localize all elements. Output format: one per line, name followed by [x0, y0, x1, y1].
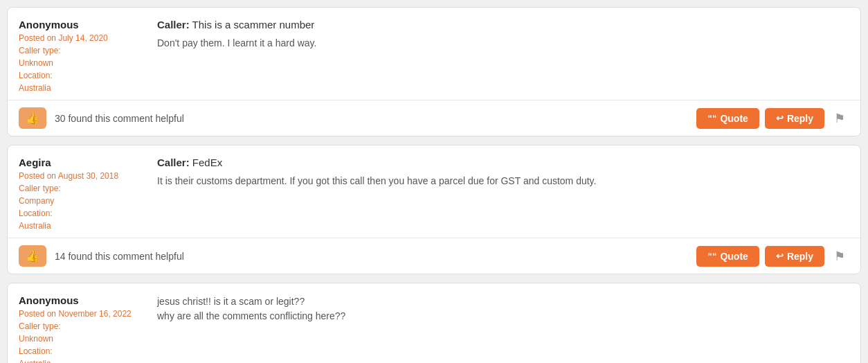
comment-text-3b: why are all the comments conflicting her…: [157, 309, 849, 324]
quote-icon-1: ““: [707, 113, 716, 123]
comment-author-2: Aegira Posted on August 30, 2018 Caller …: [19, 157, 157, 232]
quote-icon-2: ““: [707, 251, 716, 261]
comment-content-3: jesus christ!! is it a scam or legit?? w…: [157, 294, 849, 363]
thumbs-up-button-1[interactable]: 👍: [19, 107, 46, 129]
comment-text-3a: jesus christ!! is it a scam or legit??: [157, 294, 849, 309]
comment-card-2: Aegira Posted on August 30, 2018 Caller …: [7, 145, 861, 274]
comment-card-3: Anonymous Posted on November 16, 2022 Ca…: [7, 283, 861, 363]
posted-date-1: Posted on July 14, 2020: [19, 32, 146, 44]
comment-footer-2: 👍 14 found this comment helpful ““ Quote…: [8, 238, 860, 274]
posted-date-3: Posted on November 16, 2022: [19, 308, 146, 320]
comment-body-2: Aegira Posted on August 30, 2018 Caller …: [8, 145, 860, 232]
comment-body-1: Anonymous Posted on July 14, 2020 Caller…: [8, 8, 860, 94]
author-meta-3: Posted on November 16, 2022 Caller type:…: [19, 308, 146, 363]
quote-button-1[interactable]: ““ Quote: [696, 108, 759, 129]
thumbs-up-button-2[interactable]: 👍: [19, 245, 46, 267]
posted-date-2: Posted on August 30, 2018: [19, 170, 146, 182]
comment-content-1: Caller: This is a scammer number Don't p…: [157, 19, 849, 94]
comment-title-1: Caller: This is a scammer number: [157, 19, 849, 30]
location-2: Location: Australia: [19, 207, 146, 232]
author-name-2: Aegira: [19, 157, 146, 168]
author-meta-2: Posted on August 30, 2018 Caller type: C…: [19, 170, 146, 232]
reply-icon-2: ↩: [776, 251, 784, 261]
comment-title-2: Caller: FedEx: [157, 157, 849, 168]
comment-text-2: It is their customs department. If you g…: [157, 174, 849, 188]
caller-type-2: Caller type: Company: [19, 182, 146, 207]
comment-author-1: Anonymous Posted on July 14, 2020 Caller…: [19, 19, 157, 94]
comment-author-3: Anonymous Posted on November 16, 2022 Ca…: [19, 294, 157, 363]
flag-button-1[interactable]: ⚑: [830, 108, 849, 129]
comment-content-2: Caller: FedEx It is their customs depart…: [157, 157, 849, 232]
flag-button-2[interactable]: ⚑: [830, 246, 849, 267]
comment-text-1: Don't pay them. I learnt it a hard way.: [157, 36, 849, 51]
author-name-3: Anonymous: [19, 294, 146, 306]
comment-footer-1: 👍 30 found this comment helpful ““ Quote…: [8, 100, 860, 136]
reply-button-1[interactable]: ↩ Reply: [765, 108, 824, 129]
helpful-text-2: 14 found this comment helpful: [55, 251, 696, 262]
author-meta-1: Posted on July 14, 2020 Caller type: Unk…: [19, 32, 146, 94]
footer-actions-1: ““ Quote ↩ Reply ⚑: [696, 108, 849, 129]
author-name-1: Anonymous: [19, 19, 146, 30]
location-1: Location: Australia: [19, 69, 146, 94]
caller-type-1: Caller type: Unknown: [19, 44, 146, 69]
location-3: Location: Australia: [19, 345, 146, 363]
helpful-text-1: 30 found this comment helpful: [55, 113, 696, 124]
comment-card-1: Anonymous Posted on July 14, 2020 Caller…: [7, 7, 861, 136]
reply-icon-1: ↩: [776, 113, 784, 123]
reply-button-2[interactable]: ↩ Reply: [765, 246, 824, 267]
caller-type-3: Caller type: Unknown: [19, 320, 146, 345]
footer-actions-2: ““ Quote ↩ Reply ⚑: [696, 246, 849, 267]
comment-body-3: Anonymous Posted on November 16, 2022 Ca…: [8, 283, 860, 363]
quote-button-2[interactable]: ““ Quote: [696, 246, 759, 267]
